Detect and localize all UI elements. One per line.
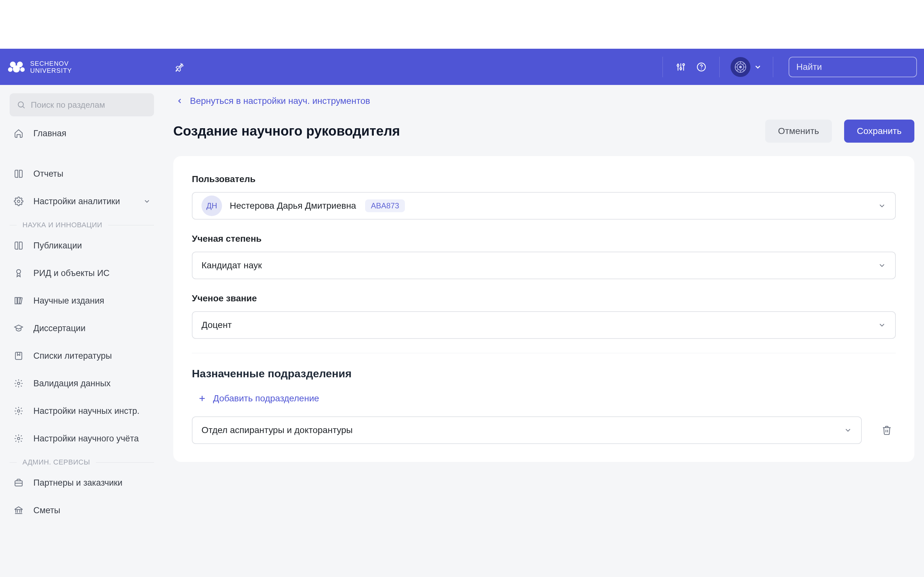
sidebar-item-publications[interactable]: Публикации [10, 232, 154, 259]
sidebar-item-label: Валидация данных [33, 379, 111, 388]
sidebar-section-admin: АДМИН. СЕРВИСЫ [10, 458, 154, 466]
svg-point-16 [740, 66, 742, 68]
sidebar-item-label: Списки литературы [33, 351, 112, 361]
user-select[interactable]: ДН Нестерова Дарья Дмитриевна ABA873 [192, 192, 896, 219]
sidebar-item-label: Партнеры и заказчики [33, 478, 123, 488]
degree-field-label: Ученая степень [192, 234, 896, 244]
main-content: Вернуться в настройки науч. инструментов… [164, 85, 924, 577]
sidebar-item-analytics-settings[interactable]: Настройки аналитики [10, 187, 154, 215]
sidebar-search-input[interactable] [31, 100, 147, 110]
header-search-input[interactable] [796, 62, 911, 72]
trash-icon [882, 425, 892, 435]
book-icon [13, 169, 24, 179]
svg-point-28 [17, 437, 20, 440]
svg-line-20 [23, 106, 24, 108]
sidebar-item-dissertations[interactable]: Диссертации [10, 314, 154, 342]
rank-select[interactable]: Доцент [192, 311, 896, 339]
library-icon [13, 296, 24, 306]
user-field-label: Пользователь [192, 174, 896, 184]
logo[interactable]: SECHENOV UNIVERSITY [7, 60, 72, 74]
sidebar-item-literature[interactable]: Списки литературы [10, 342, 154, 370]
svg-rect-23 [15, 298, 17, 304]
sidebar-item-sci-account[interactable]: Настройки научного учёта [10, 425, 154, 452]
page-title: Создание научного руководителя [173, 123, 400, 139]
rank-field-label: Ученое звание [192, 293, 896, 303]
sidebar-search[interactable] [10, 93, 154, 116]
sidebar-item-label: Отчеты [33, 169, 63, 179]
sidebar-item-partners[interactable]: Партнеры и заказчики [10, 469, 154, 496]
svg-point-11 [683, 63, 685, 65]
sliders-icon[interactable] [670, 57, 691, 77]
sidebar-item-rid[interactable]: РИД и объекты ИС [10, 259, 154, 287]
svg-point-4 [20, 67, 25, 72]
whitespace-top [0, 0, 924, 49]
chevron-down-icon [878, 261, 886, 269]
sidebar-item-partial[interactable] [10, 150, 154, 160]
back-link-label: Вернуться в настройки науч. инструментов [190, 96, 370, 106]
logo-text: SECHENOV UNIVERSITY [30, 60, 72, 74]
chevron-down-icon [878, 321, 886, 329]
sidebar-item-label: Публикации [33, 241, 82, 251]
sidebar-item-home[interactable]: Главная [10, 119, 154, 147]
gear-icon [13, 197, 24, 206]
sidebar-item-editions[interactable]: Научные издания [10, 287, 154, 314]
svg-point-3 [8, 67, 13, 72]
sidebar: Главная Отчеты Настройки аналитики [0, 85, 164, 577]
app-header: SECHENOV UNIVERSITY [0, 49, 924, 85]
sidebar-item-sci-instruments[interactable]: Настройки научных инстр. [10, 397, 154, 425]
svg-rect-25 [15, 352, 22, 359]
svg-point-27 [17, 410, 20, 412]
sidebar-item-reports[interactable]: Отчеты [10, 160, 154, 187]
chevron-down-icon [754, 63, 762, 71]
back-link[interactable]: Вернуться в настройки науч. инструментов [176, 96, 914, 106]
bookmark-icon [13, 351, 24, 361]
search-icon [17, 100, 26, 109]
delete-department-button[interactable] [878, 421, 896, 439]
briefcase-icon [13, 478, 24, 488]
degree-value: Кандидат наук [202, 260, 262, 271]
department-select[interactable]: Отдел аспирантуры и докторантуры [192, 416, 862, 444]
sidebar-item-label: Диссертации [33, 324, 86, 334]
user-menu[interactable] [727, 57, 765, 77]
pin-icon[interactable] [173, 61, 186, 73]
logo-icon [7, 60, 26, 74]
add-department-button[interactable]: Добавить подразделение [198, 393, 896, 404]
gear-icon [13, 406, 24, 416]
header-search[interactable] [788, 57, 917, 77]
gear-icon [13, 434, 24, 443]
plus-icon [198, 394, 207, 403]
home-icon [13, 129, 24, 138]
chevron-down-icon [844, 426, 852, 434]
rank-value: Доцент [202, 320, 232, 330]
departments-section-title: Назначенные подразделения [192, 367, 896, 380]
help-icon[interactable] [691, 57, 712, 77]
department-value: Отдел аспирантуры и докторантуры [202, 425, 352, 435]
degree-select[interactable]: Кандидат наук [192, 251, 896, 279]
svg-point-22 [17, 269, 21, 274]
svg-point-19 [18, 102, 23, 107]
bank-icon [13, 506, 24, 515]
award-icon [13, 268, 24, 278]
sidebar-item-label: Научные издания [33, 296, 104, 306]
sidebar-item-label: Настройки аналитики [33, 197, 120, 206]
book-icon [13, 241, 24, 250]
svg-point-9 [680, 68, 682, 69]
sidebar-item-label: Главная [33, 129, 66, 139]
svg-point-2 [13, 65, 20, 73]
sidebar-item-label: РИД и объекты ИС [33, 268, 110, 278]
svg-point-13 [701, 69, 702, 69]
user-fullname: Нестерова Дарья Дмитриевна [230, 201, 356, 211]
sidebar-section-science: НАУКА И ИННОВАЦИИ [10, 221, 154, 229]
sidebar-item-label: Сметы [33, 506, 60, 516]
sidebar-item-smety[interactable]: Сметы [10, 496, 154, 524]
svg-point-26 [17, 382, 20, 385]
svg-line-5 [176, 64, 183, 70]
sidebar-item-validation[interactable]: Валидация данных [10, 370, 154, 397]
chevron-down-icon [143, 197, 151, 205]
save-button[interactable]: Сохранить [844, 119, 914, 143]
graduation-icon [13, 324, 24, 333]
chevron-left-icon [176, 97, 184, 105]
cancel-button[interactable]: Отменить [765, 119, 832, 143]
user-code-badge: ABA873 [365, 199, 405, 212]
sidebar-item-label: Настройки научных инстр. [33, 406, 140, 416]
